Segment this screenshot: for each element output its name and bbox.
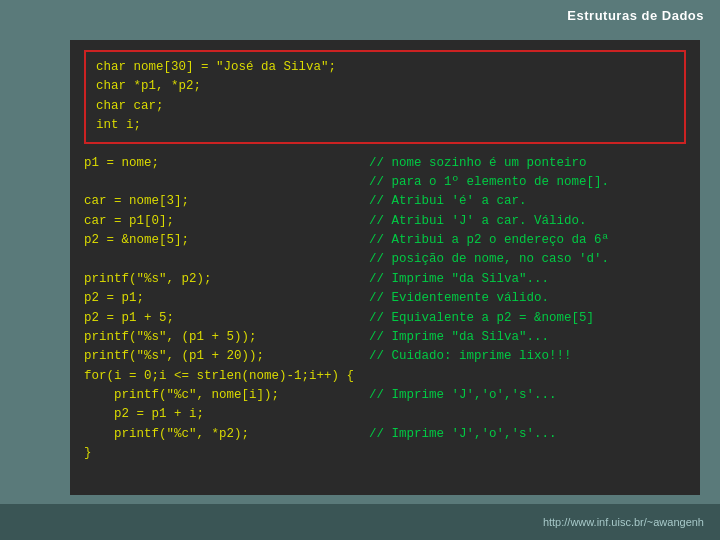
- footer-url: http://www.inf.uisc.br/~awangenh: [543, 516, 704, 528]
- footer: http://www.inf.uisc.br/~awangenh: [0, 504, 720, 540]
- highlighted-code-box: char nome[30] = "José da Silva"; char *p…: [84, 50, 686, 144]
- code-line: p1 = nome; // nome sozinho é um ponteiro: [84, 154, 686, 173]
- code-line: printf("%c", *p2); // Imprime 'J','o','s…: [84, 425, 686, 444]
- code-text: p1 = nome;: [84, 154, 369, 173]
- highlight-line-3: char car;: [96, 97, 674, 116]
- code-line: p2 = p1 + i;: [84, 405, 686, 424]
- page-title: Estruturas de Dados: [567, 8, 704, 23]
- code-panel: char nome[30] = "José da Silva"; char *p…: [70, 40, 700, 495]
- code-comment: // Imprime "da Silva"...: [369, 270, 549, 289]
- code-line: car = p1[0]; // Atribui 'J' a car. Válid…: [84, 212, 686, 231]
- code-comment: // para o 1º elemento de nome[].: [369, 173, 609, 192]
- code-comment: // Atribui a p2 o endereço da 6ª: [369, 231, 609, 250]
- code-text: printf("%c", *p2);: [84, 425, 369, 444]
- code-text: printf("%s", (p1 + 5));: [84, 328, 369, 347]
- code-line: car = nome[3]; // Atribui 'é' a car.: [84, 192, 686, 211]
- code-line: printf("%s", p2); // Imprime "da Silva".…: [84, 270, 686, 289]
- code-text: printf("%s", (p1 + 20));: [84, 347, 369, 366]
- code-text: }: [84, 444, 369, 463]
- code-text: printf("%c", nome[i]);: [84, 386, 369, 405]
- code-text: [84, 173, 369, 192]
- code-line: p2 = p1 + 5; // Equivalente a p2 = &nome…: [84, 309, 686, 328]
- code-comment: // nome sozinho é um ponteiro: [369, 154, 587, 173]
- highlight-line-1: char nome[30] = "José da Silva";: [96, 58, 674, 77]
- code-comment: // posição de nome, no caso 'd'.: [369, 250, 609, 269]
- code-text: car = p1[0];: [84, 212, 369, 231]
- code-line: }: [84, 444, 686, 463]
- code-text: p2 = p1;: [84, 289, 369, 308]
- code-text: p2 = &nome[5];: [84, 231, 369, 250]
- code-text: printf("%s", p2);: [84, 270, 369, 289]
- code-comment: // Atribui 'é' a car.: [369, 192, 527, 211]
- code-line: p2 = p1; // Evidentemente válido.: [84, 289, 686, 308]
- code-text: for(i = 0;i <= strlen(nome)-1;i++) {: [84, 367, 369, 386]
- code-text: [84, 250, 369, 269]
- code-comment: // Cuidado: imprime lixo!!!: [369, 347, 572, 366]
- code-comment: // Imprime 'J','o','s'...: [369, 386, 557, 405]
- code-line: printf("%c", nome[i]); // Imprime 'J','o…: [84, 386, 686, 405]
- code-line: printf("%s", (p1 + 20)); // Cuidado: imp…: [84, 347, 686, 366]
- code-comment: // Imprime 'J','o','s'...: [369, 425, 557, 444]
- code-comment: // Atribui 'J' a car. Válido.: [369, 212, 587, 231]
- highlight-line-4: int i;: [96, 116, 674, 135]
- code-text: p2 = p1 + 5;: [84, 309, 369, 328]
- code-line: // para o 1º elemento de nome[].: [84, 173, 686, 192]
- code-text: car = nome[3];: [84, 192, 369, 211]
- code-comment: // Imprime "da Silva"...: [369, 328, 549, 347]
- code-comment: // Evidentemente válido.: [369, 289, 549, 308]
- code-line: p2 = &nome[5]; // Atribui a p2 o endereç…: [84, 231, 686, 250]
- code-line: for(i = 0;i <= strlen(nome)-1;i++) {: [84, 367, 686, 386]
- code-line: // posição de nome, no caso 'd'.: [84, 250, 686, 269]
- main-code-block: p1 = nome; // nome sozinho é um ponteiro…: [84, 154, 686, 464]
- code-text: p2 = p1 + i;: [84, 405, 369, 424]
- code-comment: // Equivalente a p2 = &nome[5]: [369, 309, 594, 328]
- code-line: printf("%s", (p1 + 5)); // Imprime "da S…: [84, 328, 686, 347]
- highlight-line-2: char *p1, *p2;: [96, 77, 674, 96]
